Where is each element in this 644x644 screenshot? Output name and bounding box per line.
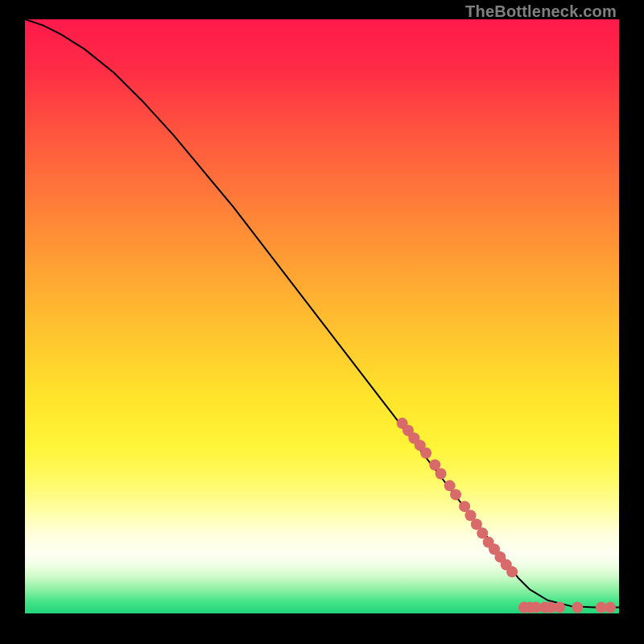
curve-marker <box>572 602 583 613</box>
curve-marker <box>554 602 565 613</box>
curve-layer <box>25 19 619 613</box>
chart-stage: TheBottleneck.com <box>0 0 644 644</box>
curve-marker <box>450 489 461 500</box>
plot-area <box>25 19 619 613</box>
curve-markers <box>397 418 616 613</box>
attribution-label: TheBottleneck.com <box>465 2 617 21</box>
curve-marker <box>605 602 616 613</box>
bottleneck-curve <box>25 19 619 608</box>
curve-marker <box>506 566 518 577</box>
curve-marker <box>436 469 447 480</box>
curve-marker <box>420 448 431 459</box>
